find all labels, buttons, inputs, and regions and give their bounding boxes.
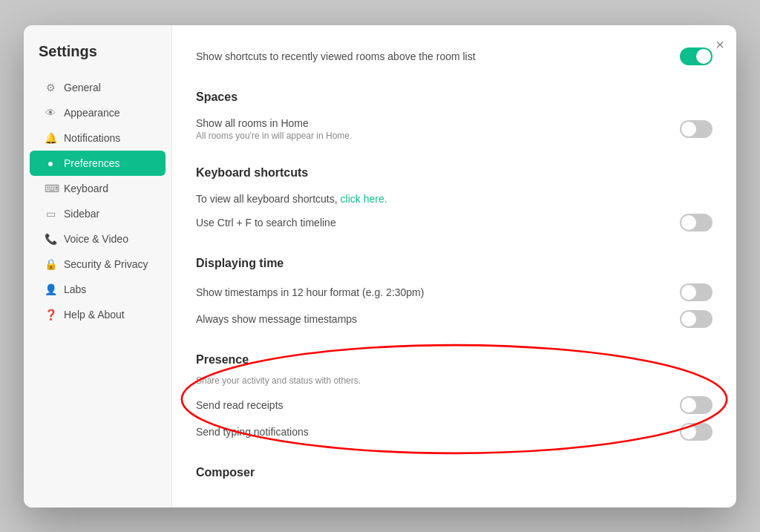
sidebar-label-security-privacy: Security & Privacy [64, 258, 148, 270]
show-all-rooms-toggle[interactable] [680, 120, 712, 138]
show-all-rooms-sublabel: All rooms you're in will appear in Home. [196, 131, 680, 141]
show-all-rooms-label: Show all rooms in Home [196, 117, 680, 129]
ctrl-f-label: Use Ctrl + F to search timeline [196, 217, 680, 229]
displaying-time-title: Displaying time [196, 257, 712, 270]
sidebar-item-voice-video[interactable]: 📞 Voice & Video [30, 226, 166, 252]
sidebar-icon: ▭ [45, 208, 56, 220]
main-content: × Show shortcuts to recently viewed room… [172, 25, 736, 508]
composer-title: Composer [196, 466, 712, 479]
send-read-receipts-toggle[interactable] [680, 396, 712, 414]
gear-icon: ⚙ [45, 82, 56, 93]
always-show-label: Always show message timestamps [196, 313, 680, 325]
show-all-rooms-row: Show all rooms in Home All rooms you're … [196, 113, 712, 145]
modal-title: Settings [24, 43, 171, 75]
sidebar-label-preferences: Preferences [64, 157, 119, 169]
twelve-hour-toggle[interactable] [680, 283, 712, 301]
sidebar-label-sidebar: Sidebar [64, 208, 99, 220]
twelve-hour-label: Show timestamps in 12 hour format (e.g. … [196, 286, 680, 298]
lock-icon: 🔒 [45, 258, 56, 270]
sidebar-item-sidebar[interactable]: ▭ Sidebar [30, 201, 166, 226]
always-show-toggle[interactable] [680, 310, 712, 328]
sidebar-item-security-privacy[interactable]: 🔒 Security & Privacy [30, 252, 166, 277]
composer-section: Composer [196, 466, 712, 479]
shortcuts-label: Show shortcuts to recently viewed rooms … [196, 50, 680, 62]
close-button[interactable]: × [715, 37, 724, 52]
send-typing-toggle[interactable] [680, 423, 712, 441]
shortcuts-row: Show shortcuts to recently viewed rooms … [196, 43, 712, 70]
send-read-receipts-row: Send read receipts [196, 392, 712, 418]
sidebar-label-voice-video: Voice & Video [64, 233, 128, 245]
shortcuts-section: Show shortcuts to recently viewed rooms … [196, 43, 712, 70]
sidebar-label-notifications: Notifications [64, 132, 120, 144]
click-here-link[interactable]: click here. [341, 193, 387, 205]
presence-title: Presence [196, 353, 712, 367]
sidebar-label-general: General [64, 82, 101, 93]
sidebar-label-keyboard: Keyboard [64, 183, 108, 194]
preferences-icon: ● [45, 157, 56, 169]
keyboard-shortcuts-section: Keyboard shortcuts To view all keyboard … [196, 166, 712, 236]
send-read-receipts-label: Send read receipts [196, 399, 680, 411]
phone-icon: 📞 [45, 233, 56, 245]
sidebar-item-help-about[interactable]: ❓ Help & About [30, 302, 166, 327]
sidebar-item-preferences[interactable]: ● Preferences [30, 151, 166, 176]
send-typing-row: Send typing notifications [196, 418, 712, 445]
click-here-label: To view all keyboard shortcuts, click he… [196, 193, 712, 205]
ctrl-f-toggle[interactable] [680, 214, 712, 231]
settings-modal: Settings ⚙ General 👁 Appearance 🔔 Notifi… [24, 25, 736, 508]
click-here-row: To view all keyboard shortcuts, click he… [196, 188, 712, 209]
show-all-rooms-label-group: Show all rooms in Home All rooms you're … [196, 117, 680, 141]
keyboard-shortcuts-title: Keyboard shortcuts [196, 166, 712, 180]
always-show-row: Always show message timestamps [196, 306, 712, 332]
twelve-hour-row: Show timestamps in 12 hour format (e.g. … [196, 279, 712, 306]
send-typing-label: Send typing notifications [196, 426, 680, 438]
eye-icon: 👁 [45, 107, 56, 119]
sidebar-label-help-about: Help & About [64, 309, 125, 321]
labs-icon: 👤 [45, 283, 56, 295]
help-icon: ❓ [45, 309, 56, 321]
sidebar-item-keyboard[interactable]: ⌨ Keyboard [30, 176, 166, 201]
presence-container: Presence Share your activity and status … [196, 353, 712, 445]
bell-icon: 🔔 [45, 132, 56, 144]
keyboard-icon: ⌨ [45, 183, 56, 194]
sidebar-label-appearance: Appearance [64, 107, 120, 119]
spaces-title: Spaces [196, 91, 712, 104]
sidebar-item-labs[interactable]: 👤 Labs [30, 277, 166, 302]
displaying-time-section: Displaying time Show timestamps in 12 ho… [196, 257, 712, 332]
sidebar-item-general[interactable]: ⚙ General [30, 75, 166, 100]
modal-overlay: Settings ⚙ General 👁 Appearance 🔔 Notifi… [0, 0, 760, 532]
sidebar-item-appearance[interactable]: 👁 Appearance [30, 100, 166, 125]
sidebar-item-notifications[interactable]: 🔔 Notifications [30, 125, 166, 151]
shortcuts-toggle[interactable] [680, 47, 712, 65]
spaces-section: Spaces Show all rooms in Home All rooms … [196, 91, 712, 145]
sidebar: Settings ⚙ General 👁 Appearance 🔔 Notifi… [24, 25, 172, 508]
sidebar-label-labs: Labs [64, 283, 86, 295]
presence-sublabel: Share your activity and status with othe… [196, 375, 712, 386]
ctrl-f-row: Use Ctrl + F to search timeline [196, 209, 712, 236]
